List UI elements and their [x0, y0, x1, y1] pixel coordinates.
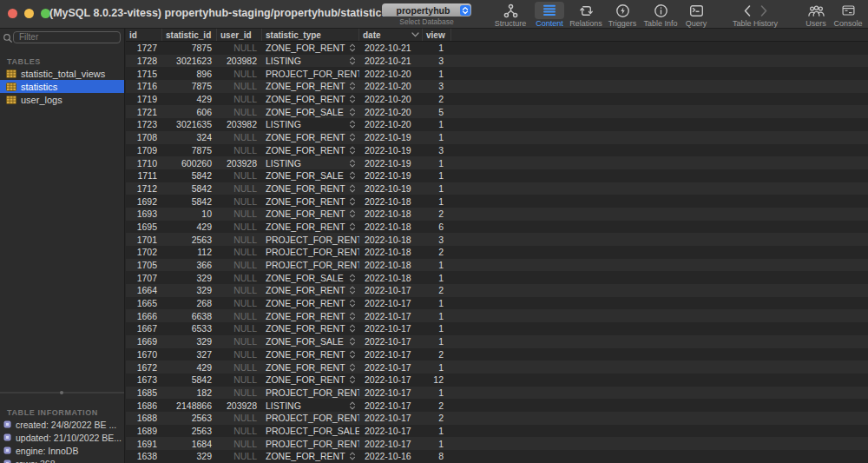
cell-id[interactable]: 1664 [126, 284, 162, 297]
cell-statistic_type[interactable]: ZONE_FOR_RENT [262, 297, 359, 310]
cell-view[interactable]: 3 [423, 233, 451, 246]
cell-view[interactable]: 1 [423, 387, 451, 400]
column-header-user_id[interactable]: user_id [217, 29, 262, 41]
toolbar-item-query[interactable]: Query [682, 2, 710, 28]
cell-statistic_type[interactable]: ZONE_FOR_RENT [262, 208, 359, 221]
cell-statistic_id[interactable]: 7875 [162, 144, 217, 157]
cell-user_id[interactable]: NULL [217, 297, 262, 310]
table-row[interactable]: 1669329NULLZONE_FOR_SALE2022-10-171 [126, 335, 868, 348]
sidebar-item-statistics[interactable]: statistics [0, 80, 124, 93]
cell-id[interactable]: 1667 [126, 322, 162, 335]
cell-id[interactable]: 1707 [126, 271, 162, 284]
cell-date[interactable]: 2022-10-18 [359, 208, 423, 221]
cell-id[interactable]: 1709 [126, 144, 162, 157]
cell-user_id[interactable]: NULL [217, 221, 262, 234]
cell-date[interactable]: 2022-10-20 [359, 67, 423, 80]
table-row[interactable]: 1672429NULLZONE_FOR_RENT2022-10-171 [126, 360, 868, 374]
cell-statistic_type[interactable]: LISTING [262, 156, 359, 169]
table-row[interactable]: 1715896NULLPROJECT_FOR_RENT2022-10-201 [126, 67, 868, 80]
toolbar-item-users[interactable]: Users [799, 2, 833, 28]
table-row[interactable]: 16882563NULLPROJECT_FOR_RENT2022-10-172 [126, 412, 868, 425]
cell-statistic_id[interactable]: 600260 [162, 156, 217, 169]
cell-id[interactable]: 1691 [126, 437, 162, 450]
cell-view[interactable]: 1 [423, 271, 451, 284]
table-row[interactable]: 16862148866203928LISTING2022-10-172 [126, 399, 868, 412]
cell-statistic_id[interactable]: 5842 [162, 182, 217, 195]
cell-date[interactable]: 2022-10-18 [359, 246, 423, 259]
cell-view[interactable]: 1 [423, 309, 451, 322]
cell-statistic_type[interactable]: PROJECT_FOR_RENT [262, 387, 359, 400]
cell-user_id[interactable]: NULL [217, 182, 262, 195]
cell-user_id[interactable]: NULL [217, 284, 262, 297]
cell-statistic_type[interactable]: ZONE_FOR_RENT [262, 131, 359, 144]
toolbar-item-structure[interactable]: Structure [487, 2, 534, 28]
cell-user_id[interactable]: NULL [217, 437, 262, 450]
cell-statistic_id[interactable]: 112 [162, 246, 217, 259]
cell-view[interactable]: 1 [423, 425, 451, 438]
cell-statistic_type[interactable]: LISTING [262, 118, 359, 131]
cell-view[interactable]: 1 [423, 437, 451, 450]
cell-statistic_id[interactable]: 7875 [162, 80, 217, 93]
cell-date[interactable]: 2022-10-17 [359, 348, 423, 361]
cell-view[interactable]: 1 [423, 360, 451, 374]
cell-user_id[interactable]: NULL [217, 450, 262, 463]
table-row[interactable]: 1710600260203928LISTING2022-10-191 [126, 156, 868, 169]
cell-view[interactable]: 2 [423, 412, 451, 425]
toolbar-item-triggers[interactable]: Triggers [606, 2, 639, 28]
cell-date[interactable]: 2022-10-18 [359, 195, 423, 208]
cell-statistic_type[interactable]: ZONE_FOR_SALE [262, 335, 359, 348]
cell-user_id[interactable]: NULL [217, 322, 262, 335]
cell-view[interactable]: 2 [423, 93, 451, 106]
table-row[interactable]: 17283021623203982LISTING2022-10-213 [126, 55, 868, 68]
table-row[interactable]: 1702112NULLPROJECT_FOR_RENT2022-10-182 [126, 246, 868, 259]
cell-view[interactable]: 8 [423, 450, 451, 463]
cell-user_id[interactable]: NULL [217, 80, 262, 93]
cell-date[interactable]: 2022-10-17 [359, 309, 423, 322]
cell-id[interactable]: 1673 [126, 374, 162, 387]
cell-id[interactable]: 1701 [126, 233, 162, 246]
cell-statistic_type[interactable]: ZONE_FOR_RENT [262, 284, 359, 297]
cell-user_id[interactable]: NULL [217, 412, 262, 425]
minimize-window-button[interactable] [24, 9, 34, 18]
cell-date[interactable]: 2022-10-19 [359, 156, 423, 169]
cell-statistic_type[interactable]: LISTING [262, 399, 359, 412]
cell-id[interactable]: 1638 [126, 450, 162, 463]
cell-statistic_id[interactable]: 329 [162, 271, 217, 284]
cell-statistic_id[interactable]: 429 [162, 221, 217, 234]
cell-statistic_type[interactable]: ZONE_FOR_RENT [262, 195, 359, 208]
cell-id[interactable]: 1670 [126, 348, 162, 361]
cell-id[interactable]: 1689 [126, 425, 162, 438]
cell-statistic_type[interactable]: ZONE_FOR_RENT [262, 322, 359, 335]
cell-view[interactable]: 3 [423, 144, 451, 157]
cell-statistic_type[interactable]: ZONE_FOR_RENT [262, 42, 359, 55]
cell-id[interactable]: 1685 [126, 387, 162, 400]
cell-view[interactable]: 1 [423, 131, 451, 144]
cell-statistic_type[interactable]: ZONE_FOR_RENT [262, 80, 359, 93]
cell-view[interactable]: 1 [423, 297, 451, 310]
cell-view[interactable]: 3 [423, 55, 451, 68]
column-header-statistic_type[interactable]: statistic_type [262, 29, 359, 41]
toolbar-item-table-info[interactable]: Table Info [639, 2, 682, 28]
cell-date[interactable]: 2022-10-20 [359, 105, 423, 118]
cell-statistic_id[interactable]: 3021635 [162, 118, 217, 131]
cell-id[interactable]: 1672 [126, 360, 162, 374]
cell-date[interactable]: 2022-10-17 [359, 399, 423, 412]
cell-statistic_type[interactable]: ZONE_FOR_RENT [262, 182, 359, 195]
cell-date[interactable]: 2022-10-17 [359, 387, 423, 400]
table-row[interactable]: 1638329NULLZONE_FOR_RENT2022-10-168 [126, 450, 868, 463]
cell-statistic_id[interactable]: 2563 [162, 425, 217, 438]
toolbar-item-relations[interactable]: Relations [565, 2, 607, 28]
cell-date[interactable]: 2022-10-17 [359, 437, 423, 450]
cell-id[interactable]: 1692 [126, 195, 162, 208]
cell-statistic_type[interactable]: ZONE_FOR_RENT [262, 93, 359, 106]
cell-date[interactable]: 2022-10-21 [359, 42, 423, 55]
table-row[interactable]: 16925842NULLZONE_FOR_RENT2022-10-181 [126, 195, 868, 208]
cell-statistic_type[interactable]: LISTING [262, 55, 359, 68]
cell-statistic_type[interactable]: ZONE_FOR_RENT [262, 374, 359, 387]
cell-date[interactable]: 2022-10-16 [359, 450, 423, 463]
cell-statistic_id[interactable]: 329 [162, 450, 217, 463]
cell-statistic_type[interactable]: PROJECT_FOR_RENT [262, 246, 359, 259]
cell-id[interactable]: 1693 [126, 208, 162, 221]
cell-id[interactable]: 1728 [126, 55, 162, 68]
cell-statistic_type[interactable]: ZONE_FOR_RENT [262, 450, 359, 463]
